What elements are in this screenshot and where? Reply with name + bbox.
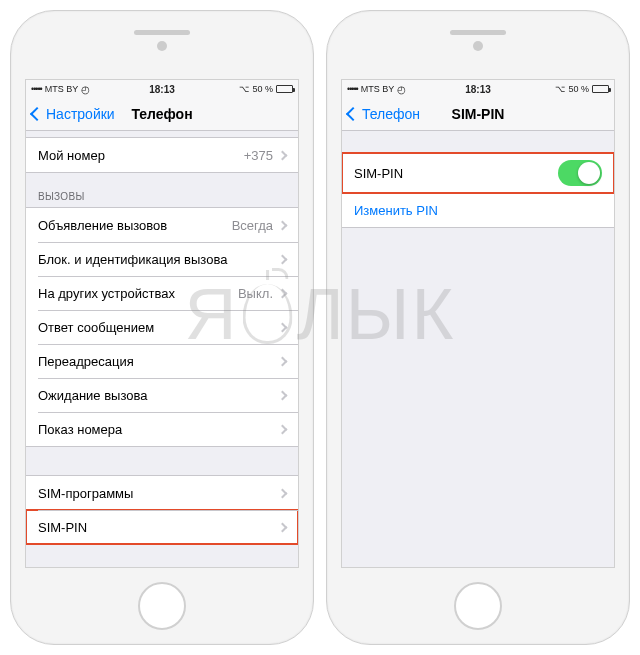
chevron-left-icon	[346, 107, 360, 121]
signal-dots-icon	[31, 84, 42, 94]
row-sim-pin-toggle[interactable]: SIM-PIN	[342, 154, 614, 192]
chevron-right-icon	[278, 424, 288, 434]
row-value: +375	[244, 148, 273, 163]
row-change-pin[interactable]: Изменить PIN	[342, 193, 614, 227]
home-button[interactable]	[138, 582, 186, 630]
row-block-id[interactable]: Блок. и идентификация вызова	[26, 242, 298, 276]
row-label: На других устройствах	[38, 286, 238, 301]
row-call-waiting[interactable]: Ожидание вызова	[26, 378, 298, 412]
chevron-right-icon	[278, 322, 288, 332]
status-time: 18:13	[465, 84, 491, 95]
wifi-icon: ◴	[397, 84, 406, 95]
signal-dots-icon	[347, 84, 358, 94]
row-respond-message[interactable]: Ответ сообщением	[26, 310, 298, 344]
content[interactable]: Мой номер +375 ВЫЗОВЫ Объявление вызовов…	[26, 131, 298, 567]
row-label: Изменить PIN	[354, 203, 602, 218]
group-sim: SIM-программы SIM-PIN	[26, 475, 298, 545]
page-title: Телефон	[131, 106, 192, 122]
group-calls: Объявление вызовов Всегда Блок. и иденти…	[26, 207, 298, 447]
page-title: SIM-PIN	[452, 106, 505, 122]
group-change-pin: Изменить PIN	[342, 193, 614, 228]
toggle-on-icon[interactable]	[558, 160, 602, 186]
chevron-right-icon	[278, 488, 288, 498]
back-label: Настройки	[46, 106, 115, 122]
row-other-devices[interactable]: На других устройствах Выкл.	[26, 276, 298, 310]
row-label: Блок. и идентификация вызова	[38, 252, 279, 267]
group-sim-pin-toggle: SIM-PIN	[342, 153, 614, 193]
row-announce-calls[interactable]: Объявление вызовов Всегда	[26, 208, 298, 242]
row-label: Ответ сообщением	[38, 320, 279, 335]
battery-pct: 50 %	[252, 84, 273, 94]
statusbar: MTS BY ◴ 18:13 ⌥ 50 %	[342, 80, 614, 98]
home-button[interactable]	[454, 582, 502, 630]
chevron-left-icon	[30, 107, 44, 121]
row-value: Выкл.	[238, 286, 273, 301]
statusbar: MTS BY ◴ 18:13 ⌥ 50 %	[26, 80, 298, 98]
wifi-icon: ◴	[81, 84, 90, 95]
row-label: SIM-PIN	[38, 520, 279, 535]
row-label: Объявление вызовов	[38, 218, 232, 233]
row-sim-apps[interactable]: SIM-программы	[26, 476, 298, 510]
bluetooth-icon: ⌥	[555, 84, 565, 94]
row-forwarding[interactable]: Переадресация	[26, 344, 298, 378]
back-button[interactable]: Настройки	[32, 106, 115, 122]
section-header-calls: ВЫЗОВЫ	[26, 173, 298, 207]
row-my-number[interactable]: Мой номер +375	[26, 138, 298, 172]
bluetooth-icon: ⌥	[239, 84, 249, 94]
group-my-number: Мой номер +375	[26, 137, 298, 173]
row-sim-pin[interactable]: SIM-PIN	[26, 510, 298, 544]
chevron-right-icon	[278, 356, 288, 366]
back-label: Телефон	[362, 106, 420, 122]
row-label: SIM-программы	[38, 486, 279, 501]
status-time: 18:13	[149, 84, 175, 95]
battery-pct: 50 %	[568, 84, 589, 94]
back-button[interactable]: Телефон	[348, 106, 420, 122]
row-label: SIM-PIN	[354, 166, 558, 181]
row-label: Мой номер	[38, 148, 244, 163]
chevron-right-icon	[278, 522, 288, 532]
navbar: Настройки Телефон	[26, 98, 298, 131]
row-label: Ожидание вызова	[38, 388, 279, 403]
chevron-right-icon	[278, 220, 288, 230]
row-label: Показ номера	[38, 422, 279, 437]
battery-icon	[276, 85, 293, 93]
carrier-label: MTS BY	[45, 84, 79, 94]
chevron-right-icon	[278, 390, 288, 400]
row-show-number[interactable]: Показ номера	[26, 412, 298, 446]
screen-left: MTS BY ◴ 18:13 ⌥ 50 % Настройки Телефон …	[25, 79, 299, 568]
battery-icon	[592, 85, 609, 93]
phone-right: MTS BY ◴ 18:13 ⌥ 50 % Телефон SIM-PIN SI…	[326, 10, 630, 645]
row-value: Всегда	[232, 218, 273, 233]
screen-right: MTS BY ◴ 18:13 ⌥ 50 % Телефон SIM-PIN SI…	[341, 79, 615, 568]
navbar: Телефон SIM-PIN	[342, 98, 614, 131]
carrier-label: MTS BY	[361, 84, 395, 94]
row-label: Переадресация	[38, 354, 279, 369]
content[interactable]: SIM-PIN Изменить PIN	[342, 131, 614, 567]
phone-left: MTS BY ◴ 18:13 ⌥ 50 % Настройки Телефон …	[10, 10, 314, 645]
chevron-right-icon	[278, 288, 288, 298]
chevron-right-icon	[278, 254, 288, 264]
chevron-right-icon	[278, 150, 288, 160]
